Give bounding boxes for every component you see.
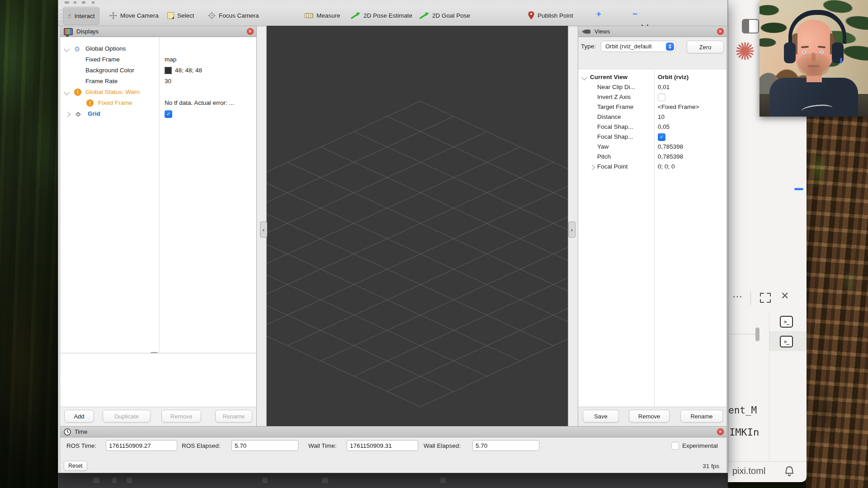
displays-panel-title: Displays [76, 28, 99, 35]
tool-2d-pose-estimate-button[interactable]: 2D Pose Estimate [347, 7, 416, 24]
row-value[interactable]: 0,01 [658, 84, 670, 90]
views-panel-title: Views [594, 28, 610, 35]
tool-interact-button[interactable]: ☝ Interact [63, 7, 99, 25]
duplicate-display-button[interactable]: Duplicate [103, 410, 151, 422]
zero-button[interactable]: Zero [687, 41, 724, 53]
warning-icon: ! [74, 89, 81, 96]
remove-view-button[interactable]: Remove [629, 410, 670, 422]
tree-row-frame-rate[interactable]: Frame Rate 30 [60, 77, 256, 88]
titlebar-mark [65, 1, 69, 4]
rename-view-button[interactable]: Rename [680, 410, 723, 422]
chevron-down-icon[interactable] [64, 89, 70, 95]
view-type-dropdown[interactable]: Orbit (rviz_default [601, 41, 676, 52]
row-value[interactable]: <Fixed Frame> [658, 103, 699, 110]
3d-viewport[interactable] [266, 26, 568, 426]
tree-row-focal-shape-size[interactable]: Focal Shap... 0,05 [578, 123, 726, 133]
experimental-checkbox[interactable] [671, 442, 679, 450]
tree-row-target-frame[interactable]: Target Frame <Fixed Frame> [578, 103, 726, 113]
tree-row-focal-shape-fixed[interactable]: Focal Shap... ✓ [578, 133, 726, 143]
sidebar-toggle-icon[interactable] [742, 19, 759, 33]
row-label: Grid [88, 110, 100, 117]
more-options-icon[interactable]: … [732, 287, 743, 300]
collapse-right-panel-handle[interactable]: › [568, 221, 576, 238]
tree-row-fixed-frame-warning[interactable]: ! Fixed Frame No tf data. Actual error: … [60, 99, 256, 109]
scrollbar-thumb[interactable] [755, 328, 760, 341]
row-label: Global Status: Warn [85, 89, 140, 95]
rename-display-button[interactable]: Rename [215, 410, 252, 422]
chevron-down-icon[interactable] [581, 75, 587, 80]
views-panel-header: Views ✕ [578, 26, 726, 37]
close-views-icon[interactable]: ✕ [717, 28, 724, 35]
ros-elapsed-input[interactable] [231, 440, 298, 451]
ros-elapsed-label: ROS Elapsed: [182, 442, 221, 449]
chevron-down-icon[interactable] [64, 46, 70, 52]
crosshair-icon [208, 12, 216, 19]
tree-row-yaw[interactable]: Yaw 0,785398 [578, 143, 726, 153]
row-value[interactable]: 10 [658, 113, 665, 120]
reset-button[interactable]: Reset [64, 461, 87, 471]
row-value[interactable]: 0,05 [658, 123, 670, 130]
row-value[interactable]: 0,785398 [658, 143, 683, 150]
remove-tool-button[interactable]: − [632, 9, 637, 19]
taskbar-glyph [322, 478, 328, 483]
terminal-icon[interactable]: >_ [780, 336, 793, 347]
tool-measure-button[interactable]: Measure [301, 7, 344, 24]
tree-row-global-status[interactable]: ! Global Status: Warn [60, 88, 256, 99]
tree-row-invert-z[interactable]: Invert Z Axis [578, 93, 726, 103]
tree-row-fixed-frame[interactable]: Fixed Frame map [60, 55, 256, 66]
experimental-label: Experimental [682, 442, 718, 449]
tree-row-pitch[interactable]: Pitch 0,785398 [578, 153, 726, 163]
displays-button-row: Add Duplicate Remove Rename [60, 407, 256, 426]
close-icon[interactable]: ✕ [781, 290, 789, 302]
save-view-button[interactable]: Save [583, 410, 619, 422]
tool-label: Measure [316, 12, 340, 19]
row-value[interactable]: 0,785398 [658, 153, 683, 160]
selection-box-icon [167, 12, 174, 19]
chevron-right-icon[interactable] [65, 112, 71, 117]
row-value[interactable]: 0; 0; 0 [658, 163, 675, 170]
tree-row-grid[interactable]: ◇◇ Grid ✓ [60, 109, 256, 120]
tool-select-button[interactable]: Select [163, 7, 198, 24]
tree-row-focal-point[interactable]: Focal Point 0; 0; 0 [578, 163, 726, 173]
tool-move-camera-button[interactable]: Move Camera [105, 7, 163, 24]
row-value[interactable]: map [165, 56, 176, 63]
row-value[interactable]: 48; 48; 48 [175, 67, 202, 74]
bell-icon[interactable] [784, 466, 794, 478]
tree-row-global-options[interactable]: ⚙ Global Options [60, 44, 256, 55]
tree-row-distance[interactable]: Distance 10 [578, 113, 726, 123]
row-label: Distance [597, 113, 621, 120]
row-label: Current View [590, 74, 627, 80]
wall-elapsed-input[interactable] [472, 440, 539, 451]
status-filename: pixi.toml [732, 466, 765, 476]
tool-2d-goal-pose-button[interactable]: 2D Goal Pose [415, 7, 474, 24]
invert-z-checkbox[interactable] [658, 94, 665, 101]
terminal-icon[interactable]: >_ [780, 316, 793, 328]
add-tool-button[interactable]: + [596, 9, 601, 19]
fullscreen-icon[interactable] [760, 293, 771, 303]
view-type-value: Orbit (rviz_default [605, 43, 652, 50]
tool-focus-camera-button[interactable]: Focus Camera [204, 7, 263, 24]
collapse-left-panel-handle[interactable]: ‹ [260, 221, 267, 238]
wall-time-label: Wall Time: [308, 442, 337, 449]
tree-row-near-clip[interactable]: Near Clip Di... 0,01 [578, 83, 726, 93]
focal-shape-checkbox[interactable]: ✓ [658, 133, 665, 141]
displays-panel-header: Displays ✕ [60, 26, 256, 37]
close-displays-icon[interactable]: ✕ [247, 28, 254, 35]
forest-wallpaper-left [0, 0, 59, 488]
row-value[interactable]: 30 [165, 78, 171, 84]
tree-row-background-color[interactable]: Background Color 48; 48; 48 [60, 66, 256, 77]
grid-enabled-checkbox[interactable]: ✓ [165, 110, 172, 118]
add-display-button[interactable]: Add [64, 410, 94, 422]
ros-time-input[interactable] [106, 440, 177, 451]
close-time-icon[interactable]: ✕ [717, 428, 724, 435]
color-swatch[interactable] [165, 67, 172, 74]
scroll-indicator [794, 188, 803, 190]
wall-time-input[interactable] [347, 440, 418, 451]
green-arrow-icon [420, 12, 429, 19]
tool-publish-point-button[interactable]: Publish Point [524, 7, 577, 24]
tree-row-current-view[interactable]: Current View Orbit (rviz) [578, 73, 726, 83]
remove-display-button[interactable]: Remove [161, 410, 201, 422]
toolbar-drag-handle[interactable] [60, 10, 62, 22]
chevron-right-icon[interactable] [589, 164, 595, 170]
code-text: IMKIn [729, 427, 759, 438]
